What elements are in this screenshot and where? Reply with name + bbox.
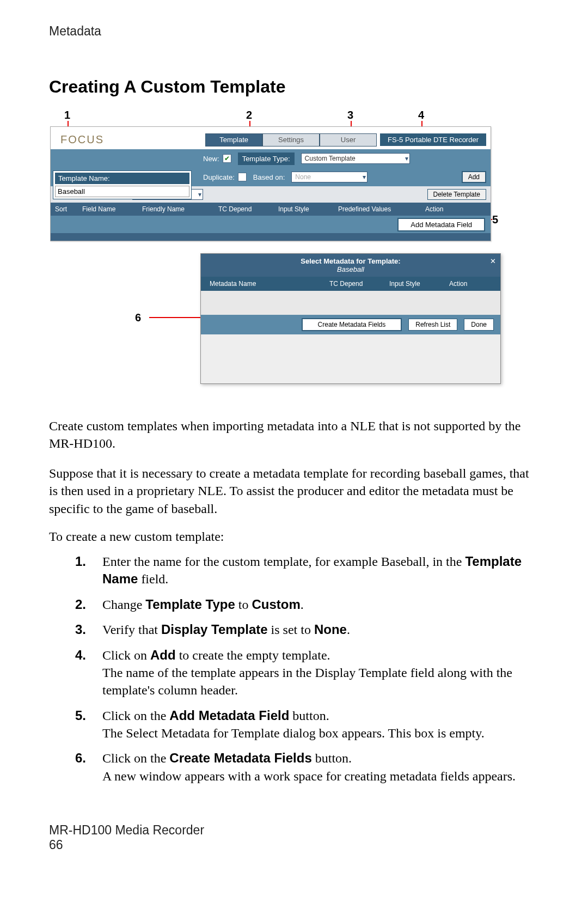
add-button[interactable]: Add xyxy=(462,171,486,183)
step-text: The Select Metadata for Template dialog … xyxy=(102,726,485,740)
step-text: Verify that xyxy=(102,623,161,637)
device-name: FS-5 Portable DTE Recorder xyxy=(380,133,486,146)
bold: Add xyxy=(150,648,176,662)
step-text: . xyxy=(301,597,304,612)
page-footer: MR-HD100 Media Recorder 66 xyxy=(49,823,539,852)
step-text: to create the empty template. xyxy=(176,648,330,662)
dialog-body-empty xyxy=(201,291,500,315)
new-checkbox[interactable]: ✔ xyxy=(223,154,231,163)
step-number: 5. xyxy=(75,707,102,742)
section-title: Creating A Custom Template xyxy=(49,77,539,97)
bold: Create Metadata Fields xyxy=(169,751,311,765)
running-header: Metadata xyxy=(49,24,539,39)
tab-user[interactable]: User xyxy=(320,133,377,147)
add-metadata-field-button[interactable]: Add Metadata Field xyxy=(397,218,485,231)
bold: Display Template xyxy=(161,622,268,637)
step-3: 3. Verify that Display Template is set t… xyxy=(75,621,539,638)
step-number: 3. xyxy=(75,621,102,638)
column-headers: Sort Field Name Friendly Name TC Depend … xyxy=(51,203,491,216)
footer-page-number: 66 xyxy=(49,838,539,852)
tab-row: FOCUS Template Settings User FS-5 Portab… xyxy=(51,127,491,149)
dialog-titlebar: Select Metadata for Template: Baseball ✕ xyxy=(201,254,500,277)
template-name-label: Template Name: xyxy=(55,173,189,184)
paragraph-2: Suppose that it is necessary to create a… xyxy=(49,465,539,517)
bold: Add Metadata Field xyxy=(169,708,289,723)
step-4: 4. Click on Add to create the empty temp… xyxy=(75,646,539,699)
create-metadata-fields-button[interactable]: Create Metadata Fields xyxy=(302,318,402,331)
based-on-value: None xyxy=(295,173,311,181)
done-button[interactable]: Done xyxy=(464,319,494,331)
template-name-input[interactable] xyxy=(55,186,189,197)
template-type-label: Template Type: xyxy=(238,152,295,165)
step-text: The name of the template appears in the … xyxy=(102,666,512,697)
step-text: A new window appears with a work space f… xyxy=(102,769,516,783)
step-6: 6. Click on the Create Metadata Fields b… xyxy=(75,749,539,785)
chevron-down-icon: ▾ xyxy=(198,191,201,198)
step-text: Change xyxy=(102,597,145,612)
paragraph-3: To create a new custom template: xyxy=(49,529,539,544)
col-tc: TC Depend xyxy=(214,205,274,213)
brand-logo: FOCUS xyxy=(55,130,109,149)
footer-product: MR-HD100 Media Recorder xyxy=(49,823,539,838)
duplicate-checkbox[interactable]: . xyxy=(238,173,247,181)
step-5: 5. Click on the Add Metadata Field butto… xyxy=(75,707,539,742)
step-2: 2. Change Template Type to Custom. xyxy=(75,596,539,613)
step-number: 1. xyxy=(75,553,102,588)
step-number: 2. xyxy=(75,596,102,613)
step-text: Click on the xyxy=(102,709,169,723)
step-text: field. xyxy=(138,572,168,586)
grid-footer-bar xyxy=(51,233,491,241)
dlg-col-action: Action xyxy=(440,280,484,288)
refresh-list-button[interactable]: Refresh List xyxy=(408,319,457,331)
callout-1: 1 xyxy=(64,109,70,121)
new-label: New: xyxy=(203,155,219,163)
template-type-value: Custom Template xyxy=(305,155,356,162)
step-text: to xyxy=(235,597,252,612)
annotated-screenshot: 1 2 3 4 5 6 FOCUS xyxy=(48,109,500,398)
select-metadata-dialog: Select Metadata for Template: Baseball ✕… xyxy=(200,253,501,384)
step-text: Enter the name for the custom template, … xyxy=(102,554,465,569)
dialog-button-row: Create Metadata Fields Refresh List Done xyxy=(201,315,500,334)
col-input: Input Style xyxy=(274,205,334,213)
dialog-subtitle: Baseball xyxy=(201,265,500,273)
col-action: Action xyxy=(421,205,464,213)
callout-2: 2 xyxy=(246,109,252,121)
callout-3: 3 xyxy=(347,109,353,121)
add-metadata-row: Add Metadata Field xyxy=(51,216,491,233)
dialog-title: Select Metadata for Template: xyxy=(201,257,500,265)
step-text: is set to xyxy=(268,623,314,637)
col-friendly: Friendly Name xyxy=(138,205,214,213)
dlg-col-name: Metadata Name xyxy=(201,280,321,288)
callout-4: 4 xyxy=(418,109,424,121)
based-on-dropdown[interactable]: None ▾ xyxy=(291,172,367,182)
bold: Template Type xyxy=(145,597,235,612)
steps-list: 1. Enter the name for the custom templat… xyxy=(49,553,539,785)
based-on-label: Based on: xyxy=(253,173,285,181)
callout-5: 5 xyxy=(492,213,498,226)
chevron-down-icon: ▾ xyxy=(363,173,366,181)
template-name-box: Template Name: xyxy=(53,170,192,199)
col-field: Field Name xyxy=(78,205,138,213)
duplicate-label: Duplicate: xyxy=(203,173,235,181)
step-text: button. xyxy=(312,751,352,765)
bold: Custom xyxy=(252,597,300,612)
step-number: 4. xyxy=(75,646,102,699)
settings-row-1: New: ✔ Template Type: Custom Template ▾ xyxy=(51,149,491,168)
callout-6: 6 xyxy=(135,312,141,324)
template-type-dropdown[interactable]: Custom Template ▾ xyxy=(301,153,410,164)
tab-settings[interactable]: Settings xyxy=(262,133,320,147)
tab-template[interactable]: Template xyxy=(205,133,262,147)
duplicate-checkbox-group: Duplicate: . xyxy=(203,173,247,181)
dlg-col-input: Input Style xyxy=(381,280,440,288)
dialog-column-headers: Metadata Name TC Depend Input Style Acti… xyxy=(201,277,500,291)
close-icon[interactable]: ✕ xyxy=(490,257,496,265)
step-text: Click on xyxy=(102,648,150,662)
app-window: FOCUS Template Settings User FS-5 Portab… xyxy=(50,126,491,241)
delete-template-button[interactable]: Delete Template xyxy=(427,189,487,200)
chevron-down-icon: ▾ xyxy=(405,155,408,162)
step-1: 1. Enter the name for the custom templat… xyxy=(75,553,539,588)
step-text: button. xyxy=(289,709,329,723)
dialog-footer-area xyxy=(201,334,500,383)
step-text: . xyxy=(347,623,350,637)
step-number: 6. xyxy=(75,749,102,785)
